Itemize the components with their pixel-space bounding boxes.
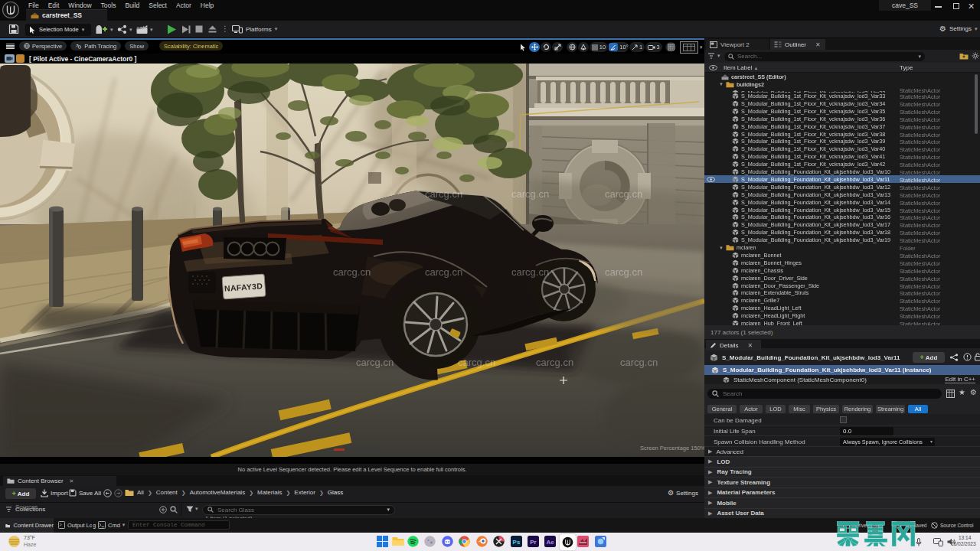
svg-text:carcg.cn: carcg.cn [536,357,573,368]
svg-text:carcg.cn: carcg.cn [458,357,495,368]
svg-text:carcg.cn: carcg.cn [333,266,371,278]
svg-text:carcg.cn: carcg.cn [356,357,394,368]
svg-text:carcg.cn: carcg.cn [511,266,549,278]
svg-text:carcg.cn: carcg.cn [605,188,642,200]
svg-text:carcg.cn: carcg.cn [425,266,462,278]
svg-text:carcg.cn: carcg.cn [425,188,462,200]
svg-text:Ps: Ps [513,539,521,546]
svg-text:carcg.cn: carcg.cn [511,188,549,200]
svg-text:carcg.cn: carcg.cn [605,266,642,278]
svg-text:Ae: Ae [546,539,554,546]
svg-text:Pr: Pr [530,539,536,546]
svg-text:carcg.cn: carcg.cn [620,357,658,368]
